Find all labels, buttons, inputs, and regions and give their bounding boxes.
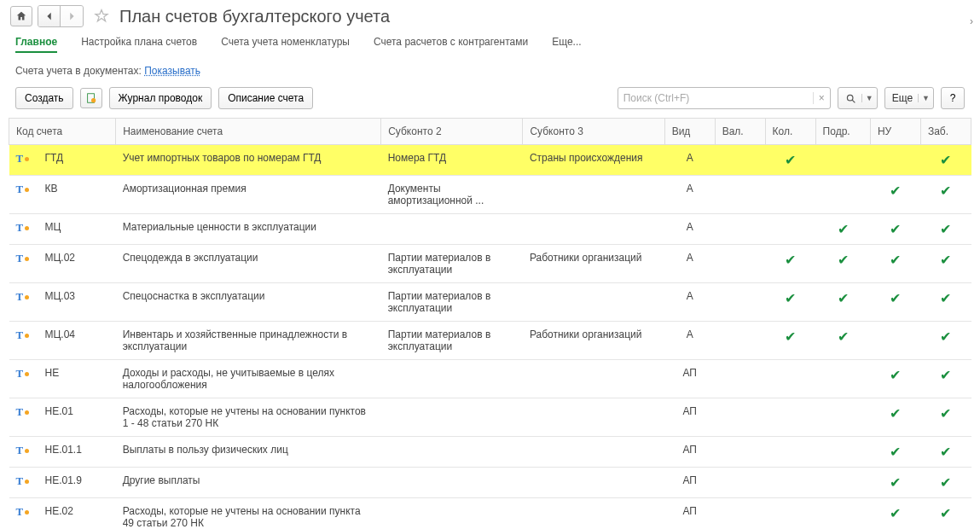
tab-item[interactable]: Главное bbox=[15, 36, 57, 53]
cell-sub2 bbox=[381, 468, 523, 498]
cell-podr bbox=[815, 498, 870, 530]
cell-vid: АП bbox=[664, 437, 715, 468]
search-input[interactable] bbox=[618, 92, 813, 104]
home-button[interactable] bbox=[10, 6, 32, 26]
col-val[interactable]: Вал. bbox=[715, 119, 765, 145]
expand-icon[interactable]: › bbox=[970, 15, 973, 27]
more-button[interactable]: Еще ▼ bbox=[884, 87, 934, 109]
check-icon: ✔ bbox=[940, 368, 951, 382]
back-button[interactable] bbox=[38, 6, 61, 26]
help-button[interactable]: ? bbox=[941, 87, 965, 109]
table-row[interactable]: TНЕ.01.1Выплаты в пользу физических лицА… bbox=[9, 437, 971, 468]
table-row[interactable]: TНЕДоходы и расходы, не учитываемые в це… bbox=[9, 360, 971, 398]
table-row[interactable]: TМЦ.02Спецодежда в эксплуатацииПартии ма… bbox=[9, 245, 971, 283]
cell-sub2 bbox=[381, 214, 523, 245]
cell-sub3 bbox=[523, 498, 664, 530]
col-kol[interactable]: Кол. bbox=[765, 119, 815, 145]
favorite-star-icon[interactable] bbox=[92, 7, 111, 26]
col-nu[interactable]: НУ bbox=[870, 119, 920, 145]
search-clear-icon[interactable]: × bbox=[813, 92, 830, 104]
page-title: План счетов бухгалтерского учета bbox=[119, 7, 390, 26]
check-icon: ✔ bbox=[940, 291, 951, 305]
cell-kol bbox=[765, 398, 815, 437]
table-row[interactable]: TНЕ.01.9Другие выплатыАП✔✔ bbox=[9, 468, 971, 498]
search-dropdown-button[interactable]: ▼ bbox=[838, 87, 878, 109]
cell-vid: А bbox=[664, 245, 715, 283]
check-icon: ✔ bbox=[940, 253, 951, 267]
cell-val bbox=[715, 145, 765, 176]
cell-podr: ✔ bbox=[815, 283, 870, 322]
col-vid[interactable]: Вид bbox=[664, 119, 715, 145]
cell-sub3 bbox=[523, 360, 664, 398]
cell-kol bbox=[765, 176, 815, 214]
account-type-icon: T bbox=[16, 183, 30, 196]
cell-code: МЦ.02 bbox=[38, 245, 115, 283]
description-button[interactable]: Описание счета bbox=[218, 87, 313, 109]
col-name[interactable]: Наименование счета bbox=[116, 119, 381, 145]
table-row[interactable]: TМЦ.04Инвентарь и хозяйственные принадле… bbox=[9, 322, 971, 360]
check-icon: ✔ bbox=[940, 153, 951, 167]
col-sub3[interactable]: Субконто 3 bbox=[523, 119, 664, 145]
cell-code: МЦ bbox=[38, 214, 115, 245]
cell-vid: АП bbox=[664, 498, 715, 530]
table-row[interactable]: TКВАмортизационная премияДокументы аморт… bbox=[9, 176, 971, 214]
check-icon: ✔ bbox=[940, 445, 951, 459]
check-icon: ✔ bbox=[890, 368, 901, 382]
cell-code: НЕ.02 bbox=[38, 498, 115, 530]
col-code[interactable]: Код счета bbox=[9, 119, 116, 145]
cell-sub3 bbox=[523, 283, 664, 322]
cell-name: Другие выплаты bbox=[116, 468, 381, 498]
check-icon: ✔ bbox=[890, 253, 901, 267]
cell-val bbox=[715, 245, 765, 283]
search-box[interactable]: × bbox=[618, 87, 831, 109]
tab-item[interactable]: Счета учета номенклатуры bbox=[221, 36, 350, 53]
check-icon: ✔ bbox=[890, 475, 901, 490]
cell-zab: ✔ bbox=[920, 468, 971, 498]
cell-sub2: Партии материалов в эксплуатации bbox=[381, 245, 523, 283]
cell-podr bbox=[815, 176, 870, 214]
table-row[interactable]: TГТДУчет импортных товаров по номерам ГТ… bbox=[9, 145, 971, 176]
create-button[interactable]: Создать bbox=[15, 87, 73, 109]
check-icon: ✔ bbox=[890, 406, 901, 421]
cell-code: НЕ bbox=[38, 360, 115, 398]
action-icon-button[interactable] bbox=[80, 88, 102, 108]
account-type-icon: T bbox=[16, 474, 30, 488]
check-icon: ✔ bbox=[838, 329, 849, 344]
svg-point-2 bbox=[847, 95, 853, 101]
cell-val bbox=[715, 468, 765, 498]
check-icon: ✔ bbox=[838, 222, 849, 236]
forward-button[interactable] bbox=[61, 6, 83, 26]
cell-kol bbox=[765, 468, 815, 498]
cell-vid: А bbox=[664, 214, 715, 245]
check-icon: ✔ bbox=[940, 406, 951, 421]
journal-button[interactable]: Журнал проводок bbox=[109, 87, 212, 109]
tab-item[interactable]: Счета расчетов с контрагентами bbox=[374, 36, 528, 53]
account-type-icon: T bbox=[16, 328, 30, 342]
cell-sub2 bbox=[381, 360, 523, 398]
tab-item[interactable]: Еще... bbox=[552, 36, 581, 53]
cell-podr: ✔ bbox=[815, 245, 870, 283]
account-type-icon: T bbox=[16, 444, 30, 457]
show-accounts-link[interactable]: Показывать bbox=[144, 65, 200, 77]
table-row[interactable]: TНЕ.02Расходы, которые не учтены на осно… bbox=[9, 498, 971, 530]
cell-zab: ✔ bbox=[920, 214, 971, 245]
col-sub2[interactable]: Субконто 2 bbox=[381, 119, 523, 145]
cell-sub3 bbox=[523, 468, 664, 498]
tab-item[interactable]: Настройка плана счетов bbox=[81, 36, 197, 53]
table-row[interactable]: TМЦ.03Спецоснастка в эксплуатацииПартии … bbox=[9, 283, 971, 322]
cell-sub3: Страны происхождения bbox=[523, 145, 664, 176]
accounts-table: Код счета Наименование счета Субконто 2 … bbox=[9, 118, 971, 529]
cell-code: ГТД bbox=[38, 145, 115, 176]
table-row[interactable]: TНЕ.01Расходы, которые не учтены на осно… bbox=[9, 398, 971, 437]
cell-val bbox=[715, 176, 765, 214]
check-icon: ✔ bbox=[940, 329, 951, 344]
account-type-icon: T bbox=[16, 152, 30, 166]
col-podr[interactable]: Подр. bbox=[815, 119, 870, 145]
cell-name: Спецодежда в эксплуатации bbox=[116, 245, 381, 283]
cell-kol bbox=[765, 214, 815, 245]
cell-vid: АП bbox=[664, 468, 715, 498]
col-zab[interactable]: Заб. bbox=[920, 119, 971, 145]
account-type-icon: T bbox=[16, 367, 30, 381]
cell-podr bbox=[815, 437, 870, 468]
table-row[interactable]: TМЦМатериальные ценности в эксплуатацииА… bbox=[9, 214, 971, 245]
